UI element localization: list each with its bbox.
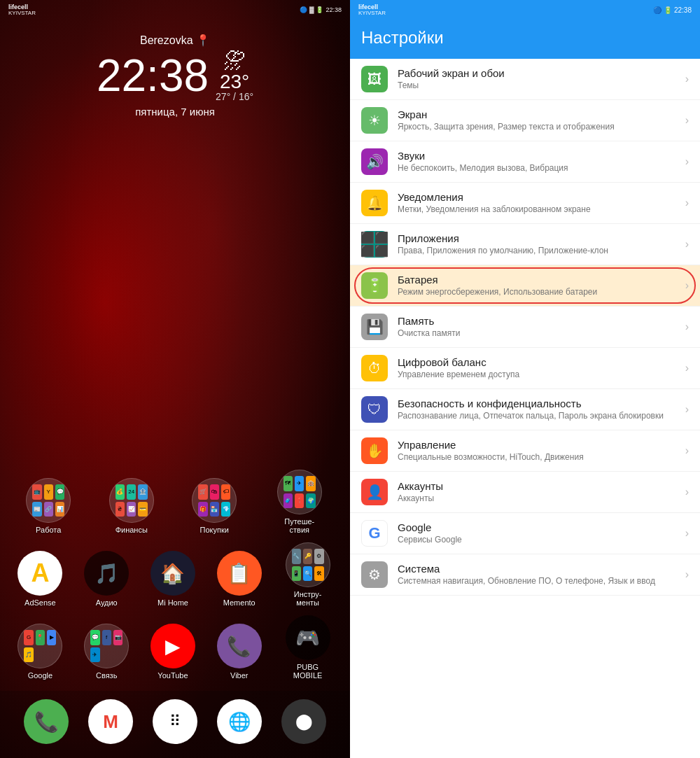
settings-item-security[interactable]: 🛡 Безопасность и конфиденциальность Расп…: [350, 389, 700, 430]
chevron-icon: ›: [685, 238, 689, 251]
app-label: Финансы: [115, 526, 148, 534]
settings-text-battery: Батарея Режим энергосбережения, Использо…: [398, 274, 685, 298]
settings-text-display: Экран Яркость, Защита зрения, Размер тек…: [398, 108, 685, 133]
folder-icon-rabota: 📺 Y 💬 📰 🔗 📊: [26, 478, 71, 523]
settings-icon-display: ☀: [361, 107, 388, 134]
clock-time: 22:38: [97, 53, 209, 98]
folder-app: 📊: [55, 502, 64, 517]
folder-app: 🏪: [210, 502, 219, 517]
app-item-memento[interactable]: 📋 Memento: [217, 551, 262, 607]
app-item-viber[interactable]: 📞 Viber: [217, 624, 262, 680]
app-label: Инстру-менты: [284, 590, 332, 607]
dock-phone[interactable]: 📞: [24, 699, 69, 744]
status-bar-left: lifecell KYIVSTAR 🔵 ▓ 🔋 22:38: [0, 0, 350, 20]
settings-item-accounts[interactable]: 👤 Аккаунты Аккаунты ›: [350, 472, 700, 513]
settings-item-wallpaper[interactable]: 🖼 Рабочий экран и обои Темы ›: [350, 59, 700, 100]
folder-app: 💰: [115, 484, 125, 500]
settings-icon-accessibility: ✋: [361, 437, 388, 464]
settings-text-accessibility: Управление Специальные возможности, HiTo…: [398, 439, 685, 463]
folder-app: 🎵: [24, 647, 33, 663]
folder-app: 🔗: [44, 502, 53, 517]
folder-app: 🏦: [138, 484, 147, 500]
weather-icon: ⛈: [223, 50, 246, 72]
dock-gmail[interactable]: M: [88, 699, 133, 744]
settings-icon-battery: 🔋: [361, 272, 388, 299]
folder-app: 💬: [55, 484, 64, 500]
app-item-travel[interactable]: 🗺 ✈ 🏨 🧳 📍 🌍 Путеше-ствия: [275, 470, 324, 534]
date-display: пятница, 7 июня: [0, 106, 350, 118]
settings-icon-apps: ⬛⬛⬛⬛: [361, 231, 388, 258]
time-left: 22:38: [326, 6, 342, 13]
settings-icon-storage: 💾: [361, 314, 388, 340]
home-screen: lifecell KYIVSTAR 🔵 ▓ 🔋 22:38 Berezovka …: [0, 0, 350, 758]
folder-app: 🎁: [198, 502, 207, 517]
dock-camera[interactable]: ⬤: [281, 699, 326, 744]
settings-icon-wallpaper: 🖼: [361, 66, 388, 92]
app-item-rabota[interactable]: 📺 Y 💬 📰 🔗 📊 Работа: [26, 478, 71, 534]
settings-item-storage[interactable]: 💾 Память Очистка памяти ›: [350, 307, 700, 348]
settings-item-sound[interactable]: 🔊 Звуки Не беспокоить, Мелодия вызова, В…: [350, 141, 700, 183]
folder-app: ₴: [115, 502, 125, 517]
app-label: Viber: [230, 671, 248, 680]
app-item-tools[interactable]: 🔧 🔑 ⚙ 📱 🔍 🛠 Инстру-менты: [284, 542, 332, 607]
app-item-svyaz[interactable]: 💬 f 📷 ✈ Связь: [84, 624, 129, 680]
carrier-sub-left: KYIVSTAR: [8, 10, 36, 16]
app-label: AdSense: [24, 598, 56, 607]
settings-item-battery[interactable]: 🔋 Батарея Режим энергосбережения, Исполь…: [350, 265, 700, 307]
carrier-info-left: lifecell KYIVSTAR: [8, 4, 36, 16]
chevron-icon: ›: [685, 321, 689, 333]
app-item-youtube[interactable]: ▶ YouTube: [150, 624, 195, 680]
settings-text-system: Система Системная навигация, Обновление …: [398, 563, 685, 587]
mihome-icon: 🏠: [150, 551, 195, 596]
app-row-3: G 📍 ▶ 🎵 Google 💬 f 📷 ✈ Связь ▶: [0, 611, 350, 684]
battery-left: 🔋: [316, 6, 323, 13]
app-label: YouTube: [158, 671, 188, 680]
settings-text-apps: Приложения Права, Приложения по умолчани…: [398, 232, 685, 257]
folder-app: 🛠: [314, 566, 323, 582]
memento-icon: 📋: [217, 551, 262, 596]
app-item-adsense[interactable]: A AdSense: [18, 551, 62, 607]
folder-app: 🗺: [284, 476, 293, 491]
settings-text-accounts: Аккаунты Аккаунты: [398, 480, 685, 505]
settings-item-system[interactable]: ⚙ Система Системная навигация, Обновлени…: [350, 554, 700, 596]
settings-icon-notifications: 🔔: [361, 190, 388, 216]
signal-icon: ▓: [309, 6, 314, 13]
app-item-mihome[interactable]: 🏠 Mi Home: [150, 551, 195, 607]
folder-app: 📱: [292, 566, 301, 582]
settings-icon-system: ⚙: [361, 561, 388, 588]
folder-app: 🔑: [303, 549, 312, 564]
app-label: Покупки: [200, 526, 229, 534]
app-item-google[interactable]: G 📍 ▶ 🎵 Google: [18, 624, 62, 680]
app-label: PUBG MOBILE: [284, 663, 332, 680]
app-row-1: 📺 Y 💬 📰 🔗 📊 Работа 💰 24 🏦 ₴ 📈 💳: [0, 465, 350, 538]
settings-text-wallpaper: Рабочий экран и обои Темы: [398, 67, 685, 92]
folder-app: 📺: [32, 484, 41, 500]
audio-icon: 🎵: [84, 551, 129, 596]
settings-item-google[interactable]: G Google Сервисы Google ›: [350, 513, 700, 554]
app-item-finansy[interactable]: 💰 24 🏦 ₴ 📈 💳 Финансы: [109, 478, 154, 534]
folder-app: 📍: [36, 630, 45, 645]
settings-item-digital[interactable]: ⏱ Цифровой баланс Управление временем до…: [350, 348, 700, 389]
settings-item-display[interactable]: ☀ Экран Яркость, Защита зрения, Размер т…: [350, 100, 700, 141]
folder-app: 🔧: [292, 549, 301, 564]
folder-app: 🌍: [306, 493, 315, 509]
dock-chrome[interactable]: 🌐: [217, 699, 262, 744]
app-item-pubg[interactable]: 🎮 PUBG MOBILE: [284, 615, 332, 680]
folder-app: ▶: [47, 630, 56, 645]
chevron-icon: ›: [685, 568, 689, 581]
folder-app: 📷: [113, 630, 122, 645]
settings-icon-security: 🛡: [361, 396, 388, 423]
settings-text-storage: Память Очистка памяти: [398, 315, 685, 339]
chevron-icon: ›: [685, 155, 689, 168]
app-item-audio[interactable]: 🎵 Аудио: [84, 551, 129, 607]
app-item-pokupki[interactable]: 🛒 🛍 🏷 🎁 🏪 💎 Покупки: [192, 478, 237, 534]
chevron-icon: ›: [685, 73, 689, 85]
dock-apps[interactable]: ⠿: [153, 699, 197, 744]
chevron-icon: ›: [685, 486, 689, 498]
chevron-icon: ›: [685, 362, 689, 374]
settings-item-accessibility[interactable]: ✋ Управление Специальные возможности, Hi…: [350, 430, 700, 472]
settings-item-notifications[interactable]: 🔔 Уведомления Метки, Уведомления на забл…: [350, 183, 700, 224]
settings-item-apps[interactable]: ⬛⬛⬛⬛ Приложения Права, Приложения по умо…: [350, 224, 700, 265]
settings-text-sound: Звуки Не беспокоить, Мелодия вызова, Виб…: [398, 150, 685, 174]
youtube-icon: ▶: [150, 624, 195, 668]
